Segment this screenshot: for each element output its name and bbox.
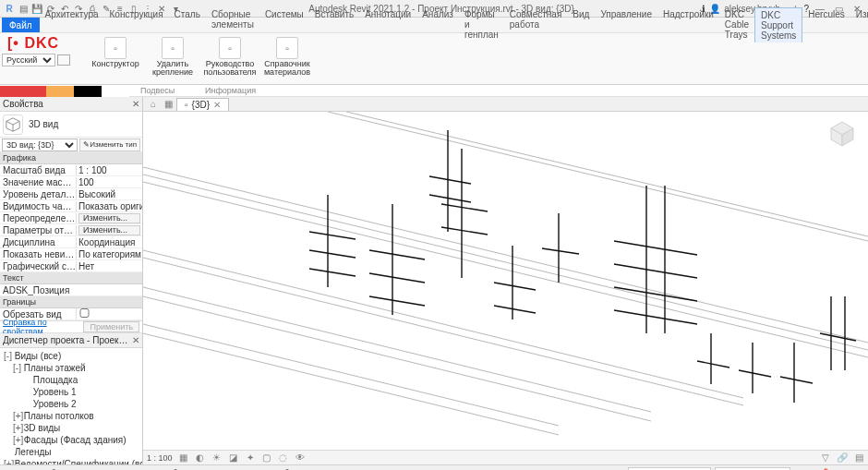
property-row[interactable]: Параметры отображ...Изменить...	[0, 224, 142, 236]
hide-icon[interactable]: ◌	[278, 452, 289, 464]
apply-button[interactable]: Применить	[83, 321, 139, 332]
type-selector[interactable]: 3D вид: {3D}	[2, 139, 78, 151]
close-icon[interactable]: ✕	[132, 99, 139, 109]
close-icon[interactable]: ✕	[213, 100, 221, 110]
sync-icon[interactable]: ⟳	[45, 3, 56, 14]
switch-icon[interactable]: ▾	[170, 3, 181, 14]
thin-lines-icon[interactable]: ⋮	[142, 3, 153, 14]
tree-node[interactable]: [+] Фасады (Фасад здания)	[2, 434, 140, 446]
ribbon-tab[interactable]: Вид	[567, 7, 595, 21]
cube-icon	[3, 114, 23, 135]
canvas-3d[interactable]	[143, 112, 868, 450]
file-tab[interactable]: Файл	[2, 18, 40, 32]
home-icon[interactable]: ⌂	[147, 98, 160, 111]
tree-node[interactable]: [-] Виды (все)	[2, 350, 140, 362]
family-label: 3D вид	[29, 119, 58, 129]
maximize-button[interactable]: ▭	[831, 2, 846, 15]
property-row[interactable]: Значение масштаба:100	[0, 176, 142, 188]
measure-icon[interactable]: ✎	[101, 3, 112, 14]
ribbon-tab[interactable]: DKC Cable Trays	[719, 7, 754, 42]
ribbon-button[interactable]: ▫Руководство пользователя	[203, 35, 257, 78]
align-icon[interactable]: ≡	[115, 3, 126, 14]
tree-node[interactable]: [+] 3D виды	[2, 422, 140, 434]
properties-header: Свойства✕	[0, 97, 142, 112]
svg-line-26	[494, 283, 536, 290]
svg-line-16	[369, 250, 425, 259]
svg-line-18	[369, 296, 425, 306]
save-icon[interactable]: 💾	[31, 3, 42, 14]
tree-node[interactable]: Площадка	[2, 374, 140, 386]
property-row[interactable]: Масштаб вида1 : 100	[0, 164, 142, 176]
ribbon-tab[interactable]: Анализ	[416, 7, 459, 21]
ribbon-button[interactable]: ▫Конструктор	[89, 35, 142, 78]
views-icon[interactable]: ▦	[162, 98, 175, 111]
section-graphics: Графика	[0, 152, 142, 164]
crop-icon[interactable]: ▢	[261, 452, 272, 464]
tree-node[interactable]: Легенды	[2, 446, 140, 458]
svg-line-27	[494, 306, 536, 313]
ribbon-button[interactable]: ▫Справочник материалов	[260, 35, 314, 78]
close-icon[interactable]: ✕	[132, 335, 139, 345]
ribbon-tab[interactable]: DKC Support Systems	[754, 7, 802, 42]
svg-line-39	[739, 370, 771, 377]
svg-line-0	[143, 167, 868, 343]
close-button[interactable]: ✕	[850, 2, 864, 15]
svg-line-21	[429, 195, 471, 202]
project-browser[interactable]: [-] Виды (все)[-] Планы этажей Площадка …	[0, 348, 142, 464]
ribbon-tab[interactable]: Аннотации	[359, 7, 416, 21]
section-icon[interactable]: ▯	[128, 3, 139, 14]
edit-type-button[interactable]: ✎Изменить тип	[79, 139, 140, 151]
property-row[interactable]: Переопределения ви...Изменить...	[0, 212, 142, 224]
svg-line-8	[143, 333, 559, 435]
tree-node[interactable]: [-] Планы этажей	[2, 362, 140, 374]
style-icon[interactable]: ◐	[195, 452, 206, 464]
svg-line-9	[328, 112, 868, 241]
redo-icon[interactable]: ↷	[73, 3, 84, 14]
property-row[interactable]: ДисциплинаКоординация	[0, 236, 142, 248]
ribbon-tab[interactable]: Формы и генплан	[459, 7, 504, 42]
browser-header: Диспетчер проекта - Проект Инструкция.rv…	[0, 333, 142, 348]
ribbon-tab[interactable]: Надстройки	[657, 7, 719, 21]
svg-line-20	[429, 176, 471, 184]
ribbon-button[interactable]: ▫Удалить крепление	[146, 35, 199, 78]
group-label-1: Подвесы	[140, 86, 175, 95]
open-icon[interactable]: ▤	[18, 3, 29, 14]
ribbon-tab[interactable]: Системы	[259, 7, 309, 21]
tree-node[interactable]: Уровень 2	[2, 398, 140, 410]
svg-line-1	[143, 175, 868, 350]
undo-icon[interactable]: ↶	[59, 3, 70, 14]
ribbon-tab[interactable]: Совместная работа	[504, 7, 568, 31]
svg-line-2	[143, 182, 868, 357]
section-text: Текст	[0, 272, 142, 284]
property-row[interactable]: Графический стиль от...Нет	[0, 260, 142, 272]
view-cube[interactable]	[824, 115, 861, 152]
render-icon[interactable]: ✦	[245, 452, 256, 464]
scale-label[interactable]: 1 : 100	[147, 453, 173, 463]
print-icon[interactable]: ⎙	[87, 3, 98, 14]
main-model-button[interactable]: Главная модель	[715, 467, 790, 471]
minimize-button[interactable]: —	[813, 2, 827, 15]
filter-icon[interactable]: ▽	[820, 452, 831, 464]
family-type-card[interactable]: 3D вид	[0, 112, 142, 138]
tree-node[interactable]: [+] Ведомости/Спецификации (все)	[2, 458, 140, 464]
selection-icon[interactable]: ▤	[853, 452, 864, 464]
property-row[interactable]: Показать невидимые ...По категориям	[0, 248, 142, 260]
view-tab-3d[interactable]: ▫ {3D} ✕	[176, 98, 229, 111]
detail-icon[interactable]: ▦	[178, 452, 189, 464]
view-control-bar: 1 : 100 ▦ ◐ ☀ ◪ ✦ ▢ ◌ 👁 ▽ 🔗 ▤	[143, 450, 868, 464]
tree-node[interactable]: Уровень 1	[2, 386, 140, 398]
link-icon[interactable]: 🔗	[837, 452, 848, 464]
workset-input[interactable]	[628, 467, 711, 471]
ribbon-tab[interactable]: Сборные элементы	[206, 7, 259, 31]
property-row[interactable]: Видимость частейПоказать оригинал	[0, 200, 142, 212]
close-hidden-icon[interactable]: ✕	[156, 3, 167, 14]
svg-line-3	[143, 250, 743, 398]
reveal-icon[interactable]: 👁	[295, 452, 306, 464]
ribbon-tab[interactable]: Управление	[595, 7, 657, 21]
language-select[interactable]: Русский	[2, 54, 55, 66]
sun-icon[interactable]: ☀	[211, 452, 223, 464]
shadow-icon[interactable]: ◪	[228, 452, 239, 464]
property-row[interactable]: Уровень детализацииВысокий	[0, 188, 142, 200]
tree-node[interactable]: [+] Планы потолков	[2, 410, 140, 422]
ribbon-tab[interactable]: Вставить	[309, 7, 359, 21]
